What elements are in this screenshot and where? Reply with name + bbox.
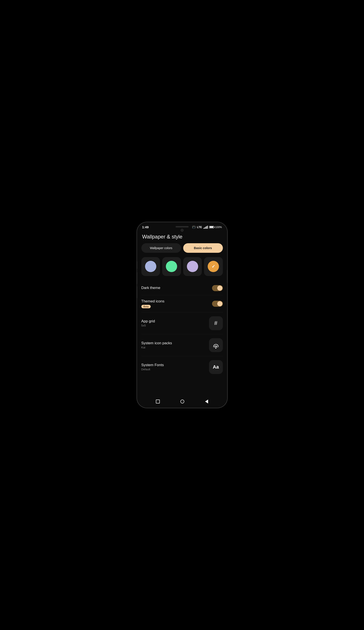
swatch-circle-purple	[187, 261, 198, 272]
dark-theme-label: Dark theme	[141, 286, 212, 290]
vibrate-icon: 📳	[192, 226, 196, 229]
swatch-circle-green	[166, 261, 177, 272]
swatch-circle-orange: ✓	[208, 261, 219, 272]
setting-system-fonts-left: System Fonts Default	[141, 363, 209, 371]
app-grid-icon-box[interactable]: #	[209, 316, 223, 330]
setting-app-grid-left: App grid 5x5	[141, 319, 209, 327]
tab-basic-colors[interactable]: Basic colors	[183, 243, 223, 253]
setting-app-grid[interactable]: App grid 5x5 #	[141, 312, 223, 334]
nav-home-button[interactable]	[180, 400, 184, 404]
bar4	[206, 226, 207, 229]
swatch-purple[interactable]	[183, 257, 202, 276]
speaker-grille	[176, 226, 188, 228]
system-fonts-icon-box[interactable]: Aa	[209, 360, 223, 374]
swatch-green[interactable]	[162, 257, 181, 276]
font-icon: Aa	[213, 364, 219, 370]
front-camera	[180, 229, 184, 232]
battery-pct: 100%	[215, 226, 222, 229]
dark-theme-toggle[interactable]	[212, 285, 223, 291]
wifi-dot	[215, 348, 216, 348]
swatch-circle-blue	[145, 261, 156, 272]
volume-down-button	[136, 272, 137, 284]
themed-icons-label: Themed icons	[141, 299, 212, 304]
lte-label: LTE	[197, 226, 202, 229]
beta-badge: Beta	[141, 305, 151, 308]
home-icon	[180, 400, 184, 404]
swatch-check-icon: ✓	[212, 264, 215, 269]
setting-system-icon-packs-left: System icon packs Kai	[141, 341, 209, 349]
tab-row: Wallpaper colors Basic colors	[137, 243, 227, 257]
status-time: 1:49	[142, 225, 149, 229]
setting-system-fonts[interactable]: System Fonts Default Aa	[141, 356, 223, 378]
phone-frame: 1:49 📳 LTE 100%	[136, 222, 228, 408]
signal-bars	[203, 226, 208, 229]
app-grid-sublabel: 5x5	[141, 324, 209, 327]
bar3	[205, 227, 206, 229]
system-icon-packs-icon-box[interactable]	[209, 338, 223, 352]
volume-up-button	[136, 261, 137, 269]
phone-screen: 1:49 📳 LTE 100%	[137, 222, 227, 408]
swatch-orange[interactable]: ✓	[204, 257, 223, 276]
battery-indicator: 100%	[209, 226, 222, 229]
battery-tip	[214, 226, 215, 228]
back-icon	[205, 400, 208, 404]
themed-icons-toggle[interactable]	[212, 301, 223, 307]
setting-dark-theme[interactable]: Dark theme	[141, 281, 223, 295]
setting-themed-icons-left: Themed icons Beta	[141, 299, 212, 308]
dark-theme-toggle-knob	[217, 286, 222, 291]
system-icon-packs-sublabel: Kai	[141, 346, 209, 349]
power-button	[227, 270, 228, 283]
swatch-row: ✓	[137, 257, 227, 281]
recents-icon	[156, 400, 160, 404]
extra-button	[136, 286, 137, 298]
bar1	[203, 228, 204, 229]
swatch-blue[interactable]	[141, 257, 160, 276]
wifi-arc-small	[215, 346, 216, 347]
bar2	[204, 228, 205, 229]
nav-bar	[137, 396, 227, 408]
battery-body	[209, 226, 214, 228]
hash-icon: #	[214, 320, 217, 326]
nav-recents-button[interactable]	[156, 400, 160, 404]
setting-dark-theme-left: Dark theme	[141, 286, 212, 290]
tab-wallpaper-colors[interactable]: Wallpaper colors	[141, 243, 181, 253]
system-icon-packs-label: System icon packs	[141, 341, 209, 345]
wifi-icon	[213, 342, 218, 348]
system-fonts-sublabel: Default	[141, 368, 209, 371]
page-title: Wallpaper & style	[137, 232, 227, 243]
themed-icons-toggle-knob	[217, 301, 222, 306]
status-icons: 📳 LTE 100%	[192, 226, 222, 229]
system-fonts-label: System Fonts	[141, 363, 209, 367]
app-grid-label: App grid	[141, 319, 209, 324]
bar5	[207, 226, 208, 229]
screen-content: Wallpaper & style Wallpaper colors Basic…	[137, 230, 227, 396]
battery-fill	[210, 226, 213, 228]
setting-system-icon-packs[interactable]: System icon packs Kai	[141, 334, 223, 356]
nav-back-button[interactable]	[205, 400, 208, 404]
settings-section: Dark theme Themed icons Beta	[137, 281, 227, 378]
setting-themed-icons[interactable]: Themed icons Beta	[141, 295, 223, 312]
